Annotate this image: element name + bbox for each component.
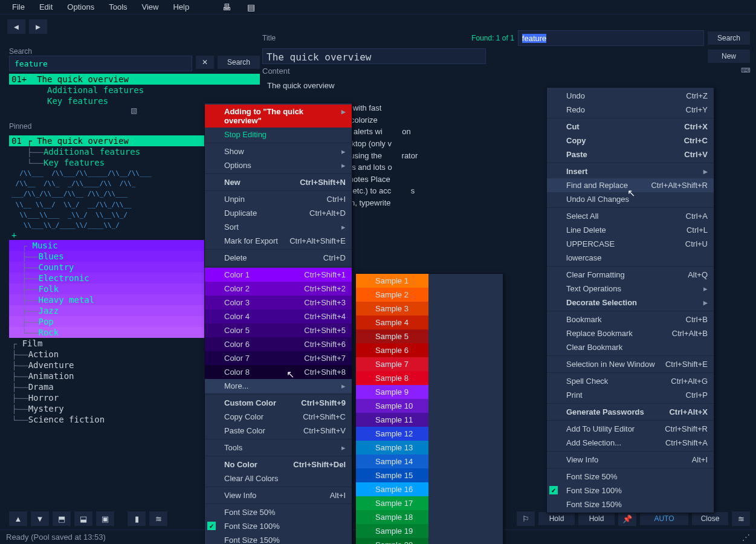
sample-item[interactable]: Sample 16	[356, 482, 428, 496]
menu-item[interactable]: Mark for ExportCtrl+Alt+Shift+E	[205, 234, 352, 248]
color-item[interactable]: Color 3Ctrl+Shift+3	[205, 296, 352, 309]
menu-item[interactable]: CutCtrl+X	[547, 120, 714, 134]
menu-item[interactable]: BookmarkCtrl+B	[547, 312, 714, 326]
sample-item[interactable]: Sample 14	[356, 455, 428, 468]
color-item[interactable]: Color 4Ctrl+Shift+4	[205, 309, 352, 323]
close-button[interactable]: Close	[692, 512, 728, 525]
menu-item[interactable]: PrintCtrl+P	[547, 388, 714, 402]
keyboard-icon[interactable]: ⌨	[741, 66, 750, 76]
menu-item[interactable]: Add To Utility EditorCtrl+Shift+R	[547, 422, 714, 436]
sample-item[interactable]: Sample 10	[356, 399, 428, 413]
menu-item[interactable]: lowercase	[547, 251, 714, 265]
menu-item[interactable]: View InfoAlt+I	[205, 488, 352, 502]
sample-item[interactable]: Sample 19	[356, 524, 428, 538]
menu-item[interactable]: Find and ReplaceCtrl+Alt+Shift+R	[547, 178, 714, 192]
printer-icon[interactable]: 🖶	[218, 2, 235, 12]
prev-button[interactable]: ◄	[7, 19, 25, 34]
menu-item[interactable]: Clear FormattingAlt+Q	[547, 268, 714, 282]
calendar-icon[interactable]: ▤	[242, 2, 259, 12]
search-input[interactable]	[9, 56, 192, 71]
menu-item[interactable]: Decorate Selection▸	[547, 296, 714, 309]
menu-item[interactable]: Undo All Changes	[547, 192, 714, 206]
menu-item[interactable]: No ColorCtrl+Shift+Del	[205, 458, 352, 471]
pin-icon[interactable]: 📌	[618, 511, 636, 526]
menu-item[interactable]: CopyCtrl+C	[547, 134, 714, 147]
color-item[interactable]: Color 6Ctrl+Shift+6	[205, 337, 352, 351]
sample-item[interactable]: Sample 3	[356, 302, 428, 316]
menu-item[interactable]: UnpinCtrl+I	[205, 192, 352, 206]
color-item[interactable]: Color 1Ctrl+Shift+1	[205, 268, 352, 282]
menu-item[interactable]: Insert▸	[547, 164, 714, 178]
menu-item[interactable]: Text Operations▸	[547, 282, 714, 296]
menu-item[interactable]: Generate PasswordsCtrl+Alt+X	[547, 405, 714, 419]
tool-3-button[interactable]: ▣	[96, 511, 114, 526]
menu-item[interactable]: Sort▸	[205, 220, 352, 234]
color-item[interactable]: Color 5Ctrl+Shift+5	[205, 323, 352, 337]
menu-item[interactable]: Clear Bookmark	[547, 340, 714, 354]
color-item[interactable]: Color 7Ctrl+Shift+7	[205, 351, 352, 365]
menu-item[interactable]: Add Selection...Ctrl+Shift+A	[547, 436, 714, 450]
clear-search-button[interactable]: ✕	[196, 56, 214, 69]
sample-item[interactable]: Sample 9	[356, 385, 428, 399]
tool-5-button[interactable]: ≋	[149, 511, 167, 526]
menu-item[interactable]: Font Size 150%	[547, 497, 714, 511]
tool-1-button[interactable]: ⬒	[53, 511, 71, 526]
tool-2-button[interactable]: ⬓	[74, 511, 92, 526]
menu-item[interactable]: Line DeleteCtrl+L	[547, 223, 714, 237]
sample-item[interactable]: Sample 15	[356, 468, 428, 482]
menu-item[interactable]: UndoCtrl+Z	[547, 89, 714, 103]
menu-item[interactable]: NewCtrl+Shift+N	[205, 175, 352, 189]
sample-item[interactable]: Sample 7	[356, 357, 428, 371]
bookmark-icon[interactable]: ⚐	[517, 511, 535, 526]
menu-edit[interactable]: Edit	[32, 1, 60, 13]
new-button[interactable]: New	[708, 50, 750, 63]
search-button[interactable]: Search	[218, 56, 260, 69]
menu-item[interactable]: Font Size 100%	[547, 484, 714, 497]
sample-item[interactable]: Sample 12	[356, 427, 428, 441]
sample-item[interactable]: Sample 13	[356, 441, 428, 455]
menu-item[interactable]: Select AllCtrl+A	[547, 209, 714, 223]
document-title[interactable]: The quick overview	[262, 48, 486, 64]
color-item[interactable]: Color 8Ctrl+Shift+8	[205, 365, 352, 379]
pattern-icon[interactable]: ≋	[732, 511, 750, 526]
sample-item[interactable]: Sample 1	[356, 274, 428, 288]
sample-item[interactable]: Sample 20	[356, 538, 428, 544]
tree-item[interactable]: Additional features	[9, 85, 260, 96]
menu-item[interactable]: Show▸	[205, 144, 352, 158]
hold-button-2[interactable]: Hold	[578, 512, 615, 525]
menu-item[interactable]: RedoCtrl+Y	[547, 103, 714, 117]
move-down-button[interactable]: ▼	[31, 511, 49, 526]
menu-item[interactable]: DuplicateCtrl+Alt+D	[205, 206, 352, 220]
menu-item[interactable]: UPPERCASECtrl+U	[547, 237, 714, 251]
menu-item[interactable]: Clear All Colors	[205, 471, 352, 485]
menu-item[interactable]: Selection in New WindowCtrl+Shift+E	[547, 357, 714, 371]
sample-item[interactable]: Sample 5	[356, 329, 428, 343]
menu-item[interactable]: Custom ColorCtrl+Shift+9	[205, 396, 352, 410]
tree-item-selected[interactable]: 01+ The quick overview	[9, 74, 260, 85]
sample-item[interactable]: Sample 8	[356, 371, 428, 385]
next-button[interactable]: ►	[29, 19, 47, 34]
menu-item[interactable]: Stop Editing	[205, 128, 352, 141]
menu-item[interactable]: Paste ColorCtrl+Shift+V	[205, 424, 352, 438]
move-up-button[interactable]: ▲	[9, 511, 27, 526]
search-right-button[interactable]: Search	[708, 31, 750, 45]
menu-item[interactable]: Copy ColorCtrl+Shift+C	[205, 410, 352, 424]
menu-item[interactable]: Font Size 100%	[205, 519, 352, 533]
menu-tools[interactable]: Tools	[102, 1, 134, 13]
menu-item[interactable]: PasteCtrl+V	[547, 147, 714, 161]
menu-item[interactable]: Tools▸	[205, 441, 352, 455]
sample-item[interactable]: Sample 11	[356, 413, 428, 427]
tool-4-button[interactable]: ▮	[128, 511, 146, 526]
menu-item[interactable]: Spell CheckCtrl+Alt+G	[547, 374, 714, 388]
menu-item[interactable]: Font Size 150%	[205, 533, 352, 544]
hold-button-1[interactable]: Hold	[538, 512, 575, 525]
menu-item[interactable]: Font Size 50%	[205, 505, 352, 519]
color-item[interactable]: Color 2Ctrl+Shift+2	[205, 282, 352, 296]
menu-file[interactable]: File	[5, 1, 32, 13]
resize-grip-icon[interactable]: ⋰	[742, 533, 750, 542]
menu-item[interactable]: Replace BookmarkCtrl+Alt+B	[547, 326, 714, 340]
title-input[interactable]: feature	[518, 30, 704, 46]
auto-button[interactable]: AUTO	[640, 512, 688, 525]
sample-item[interactable]: Sample 2	[356, 288, 428, 302]
menu-help[interactable]: Help	[166, 1, 196, 13]
